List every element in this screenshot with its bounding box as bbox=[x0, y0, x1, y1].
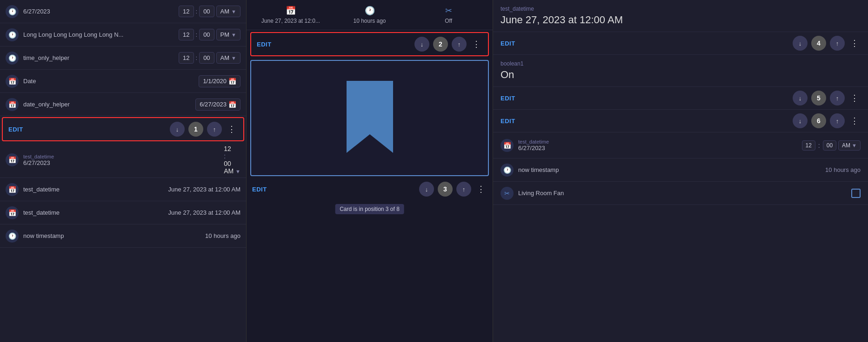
right-more-4[interactable]: ⋮ bbox=[848, 38, 861, 48]
time-separator: : bbox=[196, 31, 198, 38]
ampm-dropdown-arrow: ▼ bbox=[852, 143, 857, 148]
settings-icon: ✂ bbox=[501, 187, 514, 200]
calendar-picker-icon[interactable]: 📅 bbox=[228, 101, 236, 108]
card3-move-up-button[interactable]: ↑ bbox=[456, 182, 471, 197]
up-arrow-icon: ↑ bbox=[213, 126, 216, 133]
item-value: June 27, 2023 at 12:00 AM bbox=[168, 186, 240, 193]
clock-icon: 🕐 bbox=[501, 164, 514, 177]
item-value: 10 hours ago bbox=[825, 166, 861, 173]
calendar-icon: 📅 bbox=[6, 98, 19, 111]
right-datetime-name-val: test_datetime 6/27/2023 bbox=[518, 139, 797, 151]
item-value-area: 1/1/2020 📅 bbox=[199, 75, 240, 87]
right-list-item-now-timestamp: 🕐 now timestamp 10 hours ago bbox=[493, 158, 868, 182]
move-down-button[interactable]: ↓ bbox=[170, 122, 185, 137]
card2-move-down-button[interactable]: ↓ bbox=[414, 37, 429, 52]
settings-header-icon: ✂ bbox=[445, 6, 452, 16]
right-field-value-1: June 27, 2023 at 12:00 AM bbox=[501, 14, 861, 26]
time-minutes: 00 bbox=[199, 52, 214, 64]
right-move-up-5[interactable]: ↑ bbox=[830, 91, 845, 105]
card3-edit-button[interactable]: EDIT bbox=[252, 186, 267, 193]
list-item-long-name: 🕐 Long Long Long Long Long Long N... 12 … bbox=[0, 23, 246, 46]
card2-move-up-button[interactable]: ↑ bbox=[452, 37, 467, 52]
right-more-5[interactable]: ⋮ bbox=[848, 93, 861, 103]
right-field-value-2: On bbox=[501, 69, 861, 81]
toggle-checkbox[interactable] bbox=[851, 189, 861, 198]
right-move-down-5[interactable]: ↓ bbox=[793, 91, 808, 105]
down-arrow-icon: ↓ bbox=[176, 126, 179, 133]
item-value-area: 12 : 00 AM ▼ bbox=[224, 145, 240, 175]
move-up-button[interactable]: ↑ bbox=[207, 122, 222, 137]
time-separator: : bbox=[224, 152, 226, 160]
item-value-area: 12 : 00 AM ▼ bbox=[179, 6, 240, 17]
ampm-dropdown-arrow: ▼ bbox=[235, 169, 240, 174]
right-more-6[interactable]: ⋮ bbox=[848, 116, 861, 126]
list-item-date-only-helper: 📅 date_only_helper 6/27/2023 📅 bbox=[0, 93, 246, 116]
item-value-area: 12 : 00 PM ▼ bbox=[179, 29, 240, 40]
card3-visual-area bbox=[250, 60, 489, 176]
datetime-name-val: test_datetime 6/27/2023 bbox=[23, 154, 224, 166]
card2-edit-button[interactable]: EDIT bbox=[257, 41, 272, 48]
clock-icon: 🕐 bbox=[6, 52, 19, 65]
mid-header-col2: 🕐 10 hours ago bbox=[335, 6, 405, 24]
clock-icon: 🕐 bbox=[6, 5, 19, 18]
item-name: test_datetime bbox=[23, 186, 168, 193]
calendar-picker-icon[interactable]: 📅 bbox=[228, 78, 236, 85]
time-ampm[interactable]: AM ▼ bbox=[216, 52, 240, 64]
item-name: time_only_helper bbox=[23, 54, 179, 61]
time-ampm[interactable]: PM ▼ bbox=[216, 29, 240, 40]
position-tooltip: Card is in position 3 of 8 bbox=[335, 204, 404, 214]
time-hours: 12 bbox=[179, 29, 194, 40]
down-arrow-icon: ↓ bbox=[421, 41, 424, 48]
right-list-item-living-room-fan: ✂ Living Room Fan bbox=[493, 182, 868, 205]
datetime-labeled-item: 📅 test_datetime 6/27/2023 12 : 00 AM ▼ bbox=[0, 142, 246, 178]
mid-header-val1: June 27, 2023 at 12:0... bbox=[261, 18, 320, 24]
right-position-4: 4 bbox=[811, 36, 826, 51]
item-mainval: 6/27/2023 bbox=[23, 159, 224, 166]
right-edit-button-4[interactable]: EDIT bbox=[501, 40, 515, 47]
edit-button[interactable]: EDIT bbox=[8, 126, 23, 133]
list-item-date: 📅 Date 1/1/2020 📅 bbox=[0, 70, 246, 93]
mid-header: 📅 June 27, 2023 at 12:0... 🕐 10 hours ag… bbox=[247, 0, 493, 30]
card2-position-number: 2 bbox=[433, 37, 448, 52]
more-options-button[interactable]: ⋮ bbox=[226, 124, 238, 134]
right-move-up-4[interactable]: ↑ bbox=[830, 36, 845, 51]
right-move-down-6[interactable]: ↓ bbox=[793, 113, 808, 128]
time-ampm[interactable]: AM ▼ bbox=[216, 6, 240, 17]
list-item-now-timestamp: 🕐 now timestamp 10 hours ago bbox=[0, 224, 246, 248]
up-arrow-icon: ↑ bbox=[462, 186, 466, 193]
clock-icon: 🕐 bbox=[6, 28, 19, 41]
right-position-6: 6 bbox=[811, 113, 826, 128]
bookmark-svg bbox=[342, 81, 398, 155]
right-panel: test_datetime June 27, 2023 at 12:00 AM … bbox=[493, 0, 868, 342]
svg-marker-0 bbox=[347, 81, 393, 153]
item-sublabel: test_datetime bbox=[23, 154, 224, 159]
mid-header-col3: ✂ Off bbox=[414, 6, 483, 24]
ampm-dropdown-arrow: ▼ bbox=[231, 9, 236, 14]
right-edit-row-5: EDIT ↓ 5 ↑ ⋮ bbox=[493, 87, 868, 110]
time-ampm[interactable]: AM ▼ bbox=[224, 167, 240, 175]
down-arrow-icon: ↓ bbox=[799, 118, 802, 125]
list-item-datetime-top: 🕐 6/27/2023 12 : 00 AM ▼ bbox=[0, 0, 246, 23]
right-time-hours: 12 bbox=[802, 140, 815, 151]
right-edit-button-6[interactable]: EDIT bbox=[501, 118, 515, 125]
right-edit-button-5[interactable]: EDIT bbox=[501, 95, 515, 102]
time-minutes: 00 bbox=[199, 29, 214, 40]
right-panel-bottom bbox=[493, 205, 868, 342]
right-move-down-4[interactable]: ↓ bbox=[793, 36, 808, 51]
card3-move-down-button[interactable]: ↓ bbox=[419, 182, 434, 197]
clock-icon: 📅 bbox=[6, 153, 19, 166]
card2-more-options-button[interactable]: ⋮ bbox=[470, 39, 482, 49]
right-time-ampm[interactable]: AM ▼ bbox=[838, 140, 861, 151]
card3-more-options-button[interactable]: ⋮ bbox=[475, 184, 487, 194]
item-name: now timestamp bbox=[518, 166, 821, 173]
item-name: now timestamp bbox=[23, 232, 205, 239]
item-value: June 27, 2023 at 12:00 AM bbox=[168, 209, 240, 216]
down-arrow-icon: ↓ bbox=[799, 95, 802, 102]
clock-icon: 📅 bbox=[6, 183, 19, 196]
right-edit-row-4: EDIT ↓ 4 ↑ ⋮ bbox=[493, 32, 868, 55]
right-move-up-6[interactable]: ↑ bbox=[830, 113, 845, 128]
date-value: 1/1/2020 📅 bbox=[199, 75, 240, 87]
mid-header-col1: 📅 June 27, 2023 at 12:0... bbox=[256, 6, 326, 24]
down-arrow-icon: ↓ bbox=[799, 40, 802, 47]
card3-position-number: 3 bbox=[438, 182, 453, 197]
